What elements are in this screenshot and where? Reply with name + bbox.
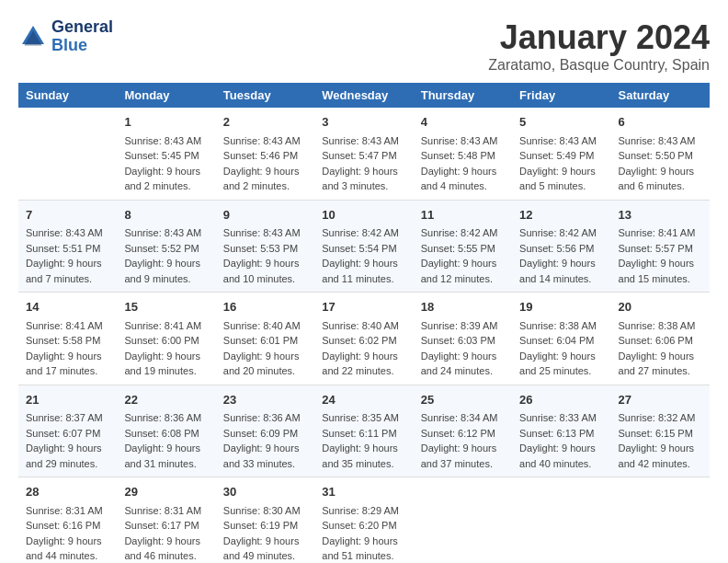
day-info: Sunrise: 8:33 AMSunset: 6:13 PMDaylight:… [519, 410, 603, 471]
day-number: 12 [519, 206, 603, 224]
day-cell: 8Sunrise: 8:43 AMSunset: 5:52 PMDaylight… [117, 200, 215, 293]
day-cell: 29Sunrise: 8:31 AMSunset: 6:17 PMDayligh… [117, 477, 215, 564]
day-number: 7 [26, 206, 109, 224]
day-info: Sunrise: 8:29 AMSunset: 6:20 PMDaylight:… [322, 503, 405, 564]
day-info: Sunrise: 8:43 AMSunset: 5:45 PMDaylight:… [124, 133, 208, 194]
day-number: 28 [26, 483, 109, 501]
day-info: Sunrise: 8:39 AMSunset: 6:03 PMDaylight:… [421, 318, 505, 379]
day-number: 27 [619, 391, 702, 409]
day-cell: 20Sunrise: 8:38 AMSunset: 6:06 PMDayligh… [611, 293, 710, 385]
day-info: Sunrise: 8:41 AMSunset: 5:58 PMDaylight:… [26, 318, 109, 379]
day-info: Sunrise: 8:41 AMSunset: 6:00 PMDaylight:… [124, 318, 208, 379]
day-info: Sunrise: 8:38 AMSunset: 6:04 PMDaylight:… [519, 318, 603, 379]
day-cell: 16Sunrise: 8:40 AMSunset: 6:01 PMDayligh… [216, 293, 314, 385]
day-info: Sunrise: 8:41 AMSunset: 5:57 PMDaylight:… [619, 225, 702, 286]
day-cell: 21Sunrise: 8:37 AMSunset: 6:07 PMDayligh… [18, 385, 117, 477]
day-cell: 18Sunrise: 8:39 AMSunset: 6:03 PMDayligh… [414, 293, 512, 385]
day-number: 31 [322, 483, 405, 501]
calendar-table: SundayMondayTuesdayWednesdayThursdayFrid… [18, 83, 710, 563]
day-cell: 10Sunrise: 8:42 AMSunset: 5:54 PMDayligh… [314, 200, 413, 293]
day-info: Sunrise: 8:35 AMSunset: 6:11 PMDaylight:… [322, 410, 405, 471]
logo-line1: General [51, 17, 113, 36]
calendar-header-row: SundayMondayTuesdayWednesdayThursdayFrid… [18, 83, 710, 108]
day-number: 6 [619, 113, 702, 132]
day-number: 23 [223, 391, 307, 409]
week-row-5: 28Sunrise: 8:31 AMSunset: 6:16 PMDayligh… [18, 477, 710, 564]
col-header-thursday: Thursday [414, 83, 512, 108]
day-info: Sunrise: 8:38 AMSunset: 6:06 PMDaylight:… [619, 318, 702, 379]
day-cell [18, 108, 117, 200]
day-cell: 24Sunrise: 8:35 AMSunset: 6:11 PMDayligh… [314, 385, 413, 477]
day-cell: 15Sunrise: 8:41 AMSunset: 6:00 PMDayligh… [117, 293, 215, 385]
day-cell: 25Sunrise: 8:34 AMSunset: 6:12 PMDayligh… [414, 385, 512, 477]
col-header-wednesday: Wednesday [314, 83, 413, 108]
day-info: Sunrise: 8:43 AMSunset: 5:53 PMDaylight:… [223, 225, 307, 286]
day-number: 25 [421, 391, 505, 409]
day-number: 30 [223, 483, 307, 501]
day-cell [512, 477, 610, 564]
week-row-4: 21Sunrise: 8:37 AMSunset: 6:07 PMDayligh… [18, 385, 710, 477]
day-info: Sunrise: 8:34 AMSunset: 6:12 PMDaylight:… [421, 410, 505, 471]
day-number: 20 [619, 298, 702, 316]
header: General Blue January 2024 Zaratamo, Basq… [18, 18, 710, 74]
day-cell: 26Sunrise: 8:33 AMSunset: 6:13 PMDayligh… [512, 385, 610, 477]
day-cell: 2Sunrise: 8:43 AMSunset: 5:46 PMDaylight… [216, 108, 314, 200]
logo-text: General Blue [51, 18, 113, 55]
day-number: 15 [124, 298, 208, 316]
day-number: 29 [124, 483, 208, 501]
day-info: Sunrise: 8:40 AMSunset: 6:01 PMDaylight:… [223, 318, 307, 379]
day-number: 9 [223, 206, 307, 224]
day-info: Sunrise: 8:30 AMSunset: 6:19 PMDaylight:… [223, 503, 307, 564]
day-cell: 23Sunrise: 8:36 AMSunset: 6:09 PMDayligh… [216, 385, 314, 477]
day-info: Sunrise: 8:43 AMSunset: 5:47 PMDaylight:… [322, 133, 405, 194]
day-cell: 12Sunrise: 8:42 AMSunset: 5:56 PMDayligh… [512, 200, 610, 293]
day-cell: 28Sunrise: 8:31 AMSunset: 6:16 PMDayligh… [18, 477, 117, 564]
week-row-1: 1Sunrise: 8:43 AMSunset: 5:45 PMDaylight… [18, 108, 710, 200]
day-info: Sunrise: 8:31 AMSunset: 6:16 PMDaylight:… [26, 503, 109, 564]
day-number: 13 [619, 206, 702, 224]
day-info: Sunrise: 8:43 AMSunset: 5:49 PMDaylight:… [519, 133, 603, 194]
day-info: Sunrise: 8:32 AMSunset: 6:15 PMDaylight:… [619, 410, 702, 471]
day-cell: 14Sunrise: 8:41 AMSunset: 5:58 PMDayligh… [18, 293, 117, 385]
day-info: Sunrise: 8:31 AMSunset: 6:17 PMDaylight:… [124, 503, 208, 564]
day-number: 14 [26, 298, 109, 316]
day-cell: 27Sunrise: 8:32 AMSunset: 6:15 PMDayligh… [611, 385, 710, 477]
day-info: Sunrise: 8:36 AMSunset: 6:09 PMDaylight:… [223, 410, 307, 471]
logo-icon [18, 22, 48, 52]
day-cell: 31Sunrise: 8:29 AMSunset: 6:20 PMDayligh… [314, 477, 413, 564]
day-info: Sunrise: 8:37 AMSunset: 6:07 PMDaylight:… [26, 410, 109, 471]
day-number: 16 [223, 298, 307, 316]
day-number: 24 [322, 391, 405, 409]
day-number: 10 [322, 206, 405, 224]
day-cell: 9Sunrise: 8:43 AMSunset: 5:53 PMDaylight… [216, 200, 314, 293]
day-number: 19 [519, 298, 603, 316]
day-info: Sunrise: 8:40 AMSunset: 6:02 PMDaylight:… [322, 318, 405, 379]
day-info: Sunrise: 8:36 AMSunset: 6:08 PMDaylight:… [124, 410, 208, 471]
day-number: 26 [519, 391, 603, 409]
day-number: 11 [421, 206, 505, 224]
day-info: Sunrise: 8:43 AMSunset: 5:48 PMDaylight:… [421, 133, 505, 194]
day-number: 5 [519, 113, 603, 132]
col-header-friday: Friday [512, 83, 610, 108]
day-cell: 6Sunrise: 8:43 AMSunset: 5:50 PMDaylight… [611, 108, 710, 200]
day-cell: 1Sunrise: 8:43 AMSunset: 5:45 PMDaylight… [117, 108, 215, 200]
page-title: January 2024 [488, 18, 710, 57]
day-number: 18 [421, 298, 505, 316]
day-number: 3 [322, 113, 405, 132]
day-info: Sunrise: 8:43 AMSunset: 5:51 PMDaylight:… [26, 225, 109, 286]
day-info: Sunrise: 8:43 AMSunset: 5:50 PMDaylight:… [619, 133, 702, 194]
logo: General Blue [18, 18, 113, 55]
col-header-tuesday: Tuesday [216, 83, 314, 108]
day-number: 1 [124, 113, 208, 132]
day-cell: 22Sunrise: 8:36 AMSunset: 6:08 PMDayligh… [117, 385, 215, 477]
week-row-3: 14Sunrise: 8:41 AMSunset: 5:58 PMDayligh… [18, 293, 710, 385]
day-cell: 13Sunrise: 8:41 AMSunset: 5:57 PMDayligh… [611, 200, 710, 293]
day-number: 4 [421, 113, 505, 132]
day-cell: 11Sunrise: 8:42 AMSunset: 5:55 PMDayligh… [414, 200, 512, 293]
week-row-2: 7Sunrise: 8:43 AMSunset: 5:51 PMDaylight… [18, 200, 710, 293]
day-cell: 3Sunrise: 8:43 AMSunset: 5:47 PMDaylight… [314, 108, 413, 200]
day-number: 8 [124, 206, 208, 224]
day-cell: 4Sunrise: 8:43 AMSunset: 5:48 PMDaylight… [414, 108, 512, 200]
day-info: Sunrise: 8:42 AMSunset: 5:54 PMDaylight:… [322, 225, 405, 286]
day-cell: 19Sunrise: 8:38 AMSunset: 6:04 PMDayligh… [512, 293, 610, 385]
